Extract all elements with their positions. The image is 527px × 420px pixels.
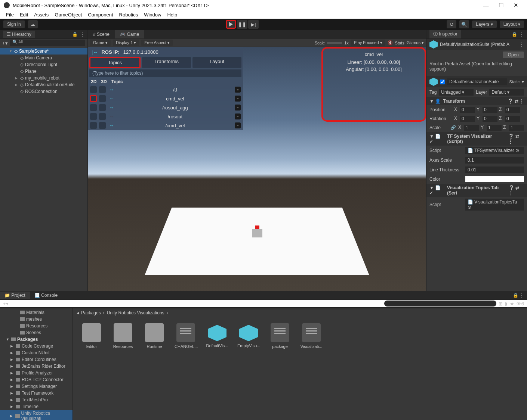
topic-2d-toggle[interactable] — [90, 104, 97, 111]
menu-help[interactable]: Help — [165, 12, 179, 18]
ros-tab-topics[interactable]: Topics — [89, 57, 141, 68]
aspect-dropdown[interactable]: Free Aspect ▾ — [141, 40, 173, 46]
folder-item[interactable]: meshes — [0, 316, 73, 323]
folder-item[interactable]: ▼Packages — [0, 336, 73, 343]
rot-y[interactable]: 0 — [483, 116, 497, 122]
axes-scale-field[interactable]: 0.1 — [465, 157, 524, 164]
transform-header[interactable]: ▼ 👤 Transform❔ ⇄ ⋮ — [426, 97, 527, 105]
pos-z[interactable]: 0 — [505, 107, 520, 113]
step-button[interactable]: ▶| — [248, 20, 259, 29]
inspector-tab[interactable]: ⓘ Inspector — [429, 30, 461, 38]
minimize-button[interactable]: — — [478, 2, 493, 9]
project-tab[interactable]: 📁 Project — [0, 292, 30, 299]
ros-tab-layout[interactable]: Layout — [192, 57, 241, 68]
project-search[interactable] — [384, 301, 496, 307]
kebab-icon[interactable]: ⋮ — [520, 42, 524, 47]
breadcrumb-item[interactable]: Packages — [81, 310, 101, 315]
asset-item[interactable]: Runtime — [143, 323, 166, 420]
ros-filter-input[interactable]: (Type here to filter topics) — [89, 69, 241, 77]
menu-gameobject[interactable]: GameObject — [52, 12, 84, 18]
layers-dropdown[interactable]: Layers ▾ — [472, 21, 496, 28]
folder-item[interactable]: Scenes — [0, 329, 73, 336]
hierarchy-tab[interactable]: ☰ Hierarchy — [3, 31, 35, 38]
folder-item[interactable]: ▶Settings Manager — [0, 383, 73, 390]
folder-item[interactable]: ▶Unity Robotics Visualizati — [0, 410, 73, 420]
console-tab[interactable]: 📃 Console — [30, 292, 62, 299]
asset-item[interactable]: EmptyVisu... — [237, 323, 260, 420]
topic-menu-icon[interactable]: ≡ — [235, 96, 241, 102]
topic-menu-icon[interactable]: ≡ — [235, 105, 241, 111]
hierarchy-item[interactable]: ▶◇my_mobile_robot — [0, 75, 87, 81]
scene-tab[interactable]: # Scene — [88, 30, 115, 38]
cloud-icon[interactable]: ☁ — [28, 20, 38, 28]
scale-y[interactable]: 1 — [487, 125, 502, 131]
hierarchy-search[interactable]: 🔍 All — [10, 40, 85, 46]
hierarchy-item[interactable]: ▼◇SampleScene* — [0, 48, 87, 55]
signin-button[interactable]: Sign in — [3, 20, 25, 28]
create-dropdown[interactable]: +▾ — [3, 301, 9, 307]
stats-button[interactable]: Stats — [395, 41, 404, 45]
play-button[interactable] — [226, 20, 236, 29]
hierarchy-item[interactable]: ◇ROSConnection — [0, 88, 87, 95]
menu-window[interactable]: Window — [142, 12, 163, 18]
filter-icon[interactable]: ◗ — [505, 301, 508, 307]
folder-item[interactable]: ▶JetBrains Rider Editor — [0, 363, 73, 370]
line-thickness-field[interactable]: 0.01 — [465, 167, 524, 173]
topic-3d-toggle[interactable] — [99, 104, 106, 111]
lock-icon[interactable]: 🔒 ⋮ — [513, 293, 527, 298]
topic-3d-toggle[interactable] — [99, 86, 106, 93]
viz-topics-tab-header[interactable]: ▼ 📄 ✓ Visualization Topics Tab (Scri❔ ⇄ … — [426, 184, 527, 197]
game-viewport[interactable]: |↔ ROS IP: 127.0.0.1:10000 Topics Transf… — [88, 47, 426, 291]
gizmos-dropdown[interactable]: Gizmos ▾ — [407, 40, 424, 45]
menu-robotics[interactable]: Robotics — [117, 12, 141, 18]
rot-x[interactable]: 0 — [460, 116, 475, 122]
breadcrumb-item[interactable]: Unity Robotics Visualizations — [107, 310, 164, 315]
create-dropdown[interactable]: +▾ — [2, 40, 8, 46]
topic-2d-toggle[interactable] — [90, 122, 97, 129]
hierarchy-item[interactable]: ◇Plane — [0, 68, 87, 75]
topic-3d-toggle[interactable] — [99, 113, 106, 120]
kebab-icon[interactable]: ⋮ — [520, 32, 524, 37]
kebab-icon[interactable]: ⋮ — [80, 32, 84, 37]
topic-menu-icon[interactable]: ≡ — [235, 113, 241, 119]
scale-x[interactable]: 1 — [464, 125, 479, 131]
hierarchy-item[interactable]: ▶◇DefaultVisualizationSuite — [0, 81, 87, 88]
menu-component[interactable]: Component — [86, 12, 115, 18]
folder-item[interactable]: ▶Timeline — [0, 403, 73, 410]
scale-z[interactable]: 1 — [509, 125, 524, 131]
asset-item[interactable]: CHANGEL... — [175, 323, 197, 420]
color-field[interactable] — [465, 176, 524, 182]
menu-edit[interactable]: Edit — [18, 12, 30, 18]
folder-item[interactable]: Resources — [0, 323, 73, 329]
hidden-icon[interactable]: 👁6 — [517, 301, 524, 307]
pos-y[interactable]: 0 — [483, 107, 497, 113]
folder-item[interactable]: ▶ROS TCP Connector — [0, 376, 73, 383]
scale-slider[interactable] — [327, 42, 342, 44]
topic-3d-toggle[interactable] — [99, 122, 106, 129]
folder-item[interactable]: Materials — [0, 309, 73, 316]
folder-item[interactable]: ▶TextMeshPro — [0, 396, 73, 403]
lock-icon[interactable]: 🔒 — [72, 32, 78, 37]
open-prefab-button[interactable]: Open — [503, 52, 524, 58]
asset-item[interactable]: package — [269, 323, 291, 420]
pos-x[interactable]: 0 — [460, 107, 475, 113]
pause-button[interactable]: ❚❚ — [237, 20, 247, 29]
layout-dropdown[interactable]: Layout ▾ — [500, 21, 524, 28]
menu-file[interactable]: File — [4, 12, 16, 18]
asset-item[interactable]: DefaultVis... — [206, 323, 228, 420]
hierarchy-item[interactable]: ◇Main Camera — [0, 55, 87, 61]
tag-dropdown[interactable]: Untagged ▾ — [439, 89, 474, 96]
folder-item[interactable]: ▶Custom NUnit — [0, 349, 73, 356]
topic-2d-toggle[interactable] — [90, 86, 97, 93]
maximize-button[interactable]: ☐ — [493, 2, 508, 9]
undo-history-icon[interactable]: ↺ — [447, 20, 456, 28]
topic-3d-toggle[interactable] — [99, 95, 106, 102]
hierarchy-item[interactable]: ◇Directional Light — [0, 61, 87, 68]
menu-assets[interactable]: Assets — [32, 12, 51, 18]
game-dropdown[interactable]: Game ▾ — [90, 40, 111, 46]
layer-dropdown[interactable]: Default ▾ — [489, 89, 524, 96]
folder-item[interactable]: ▶Profile Analyzer — [0, 370, 73, 376]
display-dropdown[interactable]: Display 1 ▾ — [113, 40, 139, 46]
static-label[interactable]: Static — [509, 80, 520, 84]
asset-item[interactable]: Resources — [112, 323, 134, 420]
